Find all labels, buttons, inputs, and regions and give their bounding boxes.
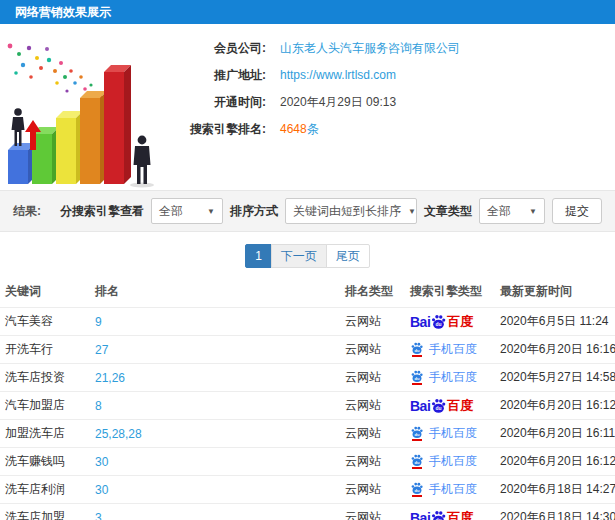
table-row: 洗车店利润 30 云网站 Bai du 百度 [0, 476, 615, 504]
svg-text:du: du [415, 460, 420, 465]
mobile-baidu-label: 手机百度 [429, 341, 477, 357]
next-page-button[interactable]: 下一页 [271, 244, 327, 268]
updated-cell: 2020年6月20日 16:11 [495, 420, 615, 448]
keyword-cell: 加盟洗车店 [0, 420, 90, 448]
engine-filter-label: 分搜索引擎查看 [60, 203, 144, 220]
mobile-baidu-logo: du 手机百度 [410, 425, 477, 441]
table-row: 洗车店投资 21,26 云网站 Bai du 百度 [0, 364, 615, 392]
engine-cell: Bai du 百度 du [405, 476, 495, 504]
table-row: 洗车赚钱吗 30 云网站 Bai du 百度 [0, 448, 615, 476]
rank-type-cell: 云网站 [340, 420, 405, 448]
baidu-logo-cn-text: 百度 [447, 314, 473, 330]
keyword-cell: 洗车店投资 [0, 364, 90, 392]
rank-type-cell: 云网站 [340, 308, 405, 336]
rank-count-unit: 条 [307, 122, 319, 136]
mobile-baidu-logo: du 手机百度 [410, 341, 477, 357]
header-engine-type: 搜索引擎类型 [405, 276, 495, 308]
info-row-url: 推广地址: https://www.lrtlsd.com [158, 67, 615, 84]
baidu-logo-cn-text: 百度 [447, 510, 473, 520]
mobile-baidu-paw-icon: du [410, 481, 424, 497]
updated-cell: 2020年6月20日 16:12 [495, 448, 615, 476]
svg-text:du: du [415, 488, 420, 493]
header-keyword: 关键词 [0, 276, 90, 308]
company-link[interactable]: 山东老人头汽车服务咨询有限公司 [280, 40, 460, 57]
engine-cell: Bai du 百度 du [405, 364, 495, 392]
chevron-down-icon: ▼ [207, 207, 215, 216]
baidu-paw-icon: du [430, 313, 447, 330]
engine-cell: Bai du 百度 du [405, 336, 495, 364]
baidu-paw-icon: du [430, 397, 447, 414]
rank-count-label: 搜索引擎排名: [158, 121, 266, 138]
engine-cell: Bai du 百度 du [405, 392, 495, 420]
table-row: 开洗车行 27 云网站 Bai du 百度 [0, 336, 615, 364]
rank-type-cell: 云网站 [340, 504, 405, 520]
engine-cell: Bai du 百度 du [405, 420, 495, 448]
last-page-button[interactable]: 尾页 [326, 244, 370, 268]
bar-chart-growth-image [0, 32, 158, 190]
baidu-paw-icon: du [430, 509, 447, 520]
bars [8, 65, 131, 184]
rank-cell[interactable]: 21,26 [90, 364, 340, 392]
article-type-value: 全部 [487, 203, 511, 220]
svg-text:du: du [436, 322, 442, 327]
rank-type-cell: 云网站 [340, 364, 405, 392]
article-type-label: 文章类型 [424, 203, 472, 220]
article-type-select[interactable]: 全部 ▼ [479, 198, 545, 224]
rank-cell[interactable]: 3 [90, 504, 340, 520]
engine-filter-select[interactable]: 全部 ▼ [151, 198, 223, 224]
rank-count-value: 4648条 [280, 121, 319, 138]
baidu-logo-text: Bai [410, 510, 430, 520]
baidu-logo-text: Bai [410, 398, 430, 414]
open-time-value: 2020年4月29日 09:13 [280, 94, 396, 111]
keyword-ranking-table: 关键词 排名 排名类型 搜索引擎类型 最新更新时间 汽车美容 9 云网站 Bai… [0, 276, 615, 520]
sort-select[interactable]: 关键词由短到长排序 ▼ [285, 198, 417, 224]
baidu-logo: Bai du 百度 [410, 397, 473, 414]
mobile-baidu-paw-icon: du [410, 341, 424, 357]
submit-button[interactable]: 提交 [552, 198, 602, 224]
growth-chart-illustration [0, 32, 158, 190]
updated-cell: 2020年5月27日 14:58 [495, 364, 615, 392]
table-row: 加盟洗车店 25,28,28 云网站 Bai du 百度 [0, 420, 615, 448]
baidu-logo: Bai du 百度 [410, 313, 473, 330]
page-1-button[interactable]: 1 [245, 244, 272, 268]
info-row-rank-count: 搜索引擎排名: 4648条 [158, 121, 615, 138]
keyword-cell: 开洗车行 [0, 336, 90, 364]
member-info-list: 会员公司: 山东老人头汽车服务咨询有限公司 推广地址: https://www.… [158, 32, 615, 190]
engine-cell: Bai du 百度 du [405, 448, 495, 476]
rank-cell[interactable]: 25,28,28 [90, 420, 340, 448]
rank-cell[interactable]: 30 [90, 448, 340, 476]
chevron-down-icon: ▼ [408, 207, 416, 216]
mobile-baidu-logo: du 手机百度 [410, 481, 477, 497]
rank-count-number: 4648 [280, 122, 307, 136]
chevron-down-icon: ▼ [529, 207, 537, 216]
keyword-cell: 汽车美容 [0, 308, 90, 336]
header-updated: 最新更新时间 [495, 276, 615, 308]
header-rank-type: 排名类型 [340, 276, 405, 308]
mobile-baidu-label: 手机百度 [429, 369, 477, 385]
engine-cell: Bai du 百度 du [405, 504, 495, 520]
mobile-baidu-label: 手机百度 [429, 425, 477, 441]
rank-cell[interactable]: 8 [90, 392, 340, 420]
result-label: 结果: [13, 203, 41, 220]
rank-cell[interactable]: 27 [90, 336, 340, 364]
promo-url-link[interactable]: https://www.lrtlsd.com [280, 67, 396, 84]
company-label: 会员公司: [158, 40, 266, 57]
keyword-cell: 洗车店加盟 [0, 504, 90, 520]
baidu-logo: Bai du 百度 [410, 509, 473, 520]
info-row-company: 会员公司: 山东老人头汽车服务咨询有限公司 [158, 40, 615, 57]
updated-cell: 2020年6月18日 14:27 [495, 476, 615, 504]
mobile-baidu-logo: du 手机百度 [410, 369, 477, 385]
keyword-cell: 洗车店利润 [0, 476, 90, 504]
updated-cell: 2020年6月5日 11:24 [495, 308, 615, 336]
rank-cell[interactable]: 30 [90, 476, 340, 504]
svg-text:du: du [415, 348, 420, 353]
member-info-section: 会员公司: 山东老人头汽车服务咨询有限公司 推广地址: https://www.… [0, 24, 615, 190]
businessman-left [12, 108, 25, 146]
rank-cell[interactable]: 9 [90, 308, 340, 336]
mobile-baidu-label: 手机百度 [429, 453, 477, 469]
table-row: 汽车加盟店 8 云网站 Bai du 百度 [0, 392, 615, 420]
keyword-cell: 汽车加盟店 [0, 392, 90, 420]
engine-cell: Bai du 百度 du [405, 308, 495, 336]
info-row-open-time: 开通时间: 2020年4月29日 09:13 [158, 94, 615, 111]
svg-text:du: du [415, 376, 420, 381]
